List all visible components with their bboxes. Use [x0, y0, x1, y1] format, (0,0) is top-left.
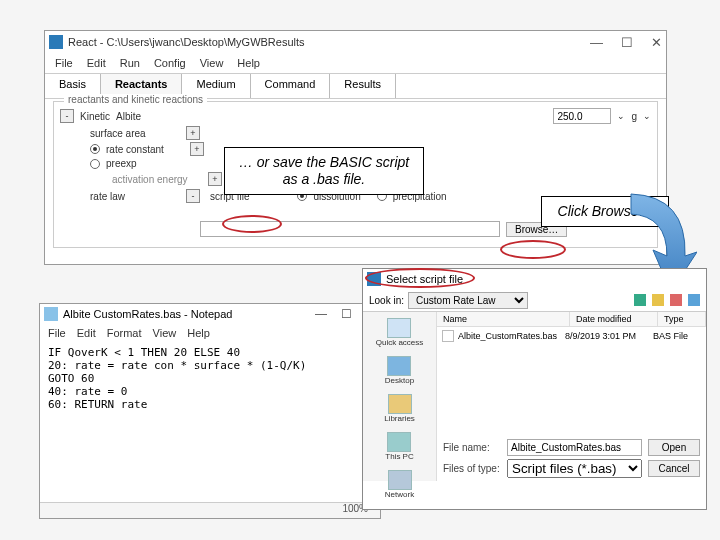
notepad-title: Albite CustomRates.bas - Notepad: [63, 308, 232, 320]
back-icon[interactable]: [634, 294, 646, 306]
open-button[interactable]: Open: [648, 439, 700, 456]
menu-format[interactable]: Format: [107, 327, 142, 339]
plus-button[interactable]: +: [186, 126, 200, 140]
preexp-label: preexp: [106, 158, 184, 169]
sidebar-label: This PC: [385, 452, 413, 461]
sidebar-network[interactable]: Network: [385, 470, 414, 499]
sidebar-libraries[interactable]: Libraries: [384, 394, 415, 423]
notepad-window: Albite CustomRates.bas - Notepad — ☐ ✕ F…: [39, 303, 381, 519]
dialog-main: Name Date modified Type Albite_CustomRat…: [437, 312, 706, 481]
menu-view[interactable]: View: [200, 57, 224, 69]
titlebar: React - C:\Users\jwanc\Desktop\MyGWBResu…: [45, 31, 666, 53]
callout-save-basic: … or save the BASIC script as a .bas fil…: [224, 147, 424, 195]
dialog-sidebar: Quick access Desktop Libraries This PC N…: [363, 312, 437, 481]
group-title: reactants and kinetic reactions: [64, 94, 207, 105]
rate-constant-label: rate constant: [106, 144, 184, 155]
highlight-browse: [500, 240, 566, 259]
file-type: BAS File: [653, 331, 701, 341]
sidebar-desktop[interactable]: Desktop: [385, 356, 414, 385]
callout-text: … or save the BASIC script as a .bas fil…: [239, 154, 409, 187]
file-name: Albite_CustomRates.bas: [458, 331, 565, 341]
menu-config[interactable]: Config: [154, 57, 186, 69]
notepad-titlebar: Albite CustomRates.bas - Notepad — ☐ ✕: [40, 304, 380, 324]
notepad-body[interactable]: IF QoverK < 1 THEN 20 ELSE 40 20: rate =…: [40, 342, 380, 415]
dialog-bottom: File name: Open Files of type: Script fi…: [437, 436, 706, 481]
activation-label: activation energy: [112, 174, 202, 185]
app-icon: [49, 35, 63, 49]
preexp-radio[interactable]: [90, 159, 100, 169]
highlight-dialog-title: [365, 268, 475, 288]
kinetic-label: Kinetic: [80, 111, 110, 122]
menu-help[interactable]: Help: [237, 57, 260, 69]
sidebar-quick-access[interactable]: Quick access: [376, 318, 424, 347]
desktop-icon: [387, 356, 411, 376]
sidebar-label: Network: [385, 490, 414, 499]
filename-label: File name:: [443, 442, 501, 453]
rate-law-label: rate law: [90, 191, 180, 202]
file-open-dialog: Select script file Look in: Custom Rate …: [362, 268, 707, 510]
menu-file[interactable]: File: [55, 57, 73, 69]
filetype-select[interactable]: Script files (*.bas): [507, 459, 642, 478]
sidebar-label: Desktop: [385, 376, 414, 385]
file-row[interactable]: Albite_CustomRates.bas 8/9/2019 3:01 PM …: [442, 330, 701, 342]
file-columns: Name Date modified Type: [437, 312, 706, 327]
file-icon: [442, 330, 454, 342]
plus-button[interactable]: +: [208, 172, 222, 186]
unit-label[interactable]: g: [631, 111, 637, 122]
sidebar-this-pc[interactable]: This PC: [385, 432, 413, 461]
views-icon[interactable]: [688, 294, 700, 306]
minus-button[interactable]: -: [186, 189, 200, 203]
look-in-row: Look in: Custom Rate Law: [363, 289, 706, 311]
highlight-script-file: [222, 215, 282, 233]
rate-constant-radio[interactable]: [90, 144, 100, 154]
minimize-button[interactable]: —: [590, 35, 603, 50]
menu-view[interactable]: View: [153, 327, 177, 339]
menu-edit[interactable]: Edit: [87, 57, 106, 69]
collapse-button[interactable]: -: [60, 109, 74, 123]
notepad-status: 100%: [40, 502, 380, 518]
libraries-icon: [388, 394, 412, 414]
new-folder-icon[interactable]: [670, 294, 682, 306]
filename-input[interactable]: [507, 439, 642, 456]
look-in-select[interactable]: Custom Rate Law: [408, 292, 528, 309]
file-list[interactable]: Albite_CustomRates.bas 8/9/2019 3:01 PM …: [437, 327, 706, 436]
col-type[interactable]: Type: [658, 312, 706, 326]
filetype-label: Files of type:: [443, 463, 501, 474]
mineral-name[interactable]: Albite: [116, 111, 141, 122]
file-date: 8/9/2019 3:01 PM: [565, 331, 653, 341]
menu-run[interactable]: Run: [120, 57, 140, 69]
tab-results[interactable]: Results: [330, 74, 396, 98]
close-button[interactable]: ✕: [651, 35, 662, 50]
menu-edit[interactable]: Edit: [77, 327, 96, 339]
plus-button[interactable]: +: [190, 142, 204, 156]
rate-value-input[interactable]: [553, 108, 611, 124]
col-date[interactable]: Date modified: [570, 312, 658, 326]
network-icon: [388, 470, 412, 490]
menu-help[interactable]: Help: [187, 327, 210, 339]
menubar: File Edit Run Config View Help: [45, 53, 666, 73]
menu-file[interactable]: File: [48, 327, 66, 339]
minimize-button[interactable]: —: [315, 307, 327, 321]
dropdown-icon[interactable]: ⌄: [617, 111, 625, 121]
cancel-button[interactable]: Cancel: [648, 460, 700, 477]
col-name[interactable]: Name: [437, 312, 570, 326]
quick-access-icon: [387, 318, 411, 338]
look-in-label: Look in:: [369, 295, 404, 306]
notepad-menubar: File Edit Format View Help: [40, 324, 380, 342]
window-title: React - C:\Users\jwanc\Desktop\MyGWBResu…: [68, 36, 305, 48]
tab-command[interactable]: Command: [251, 74, 331, 98]
surface-area-label: surface area: [90, 128, 180, 139]
maximize-button[interactable]: ☐: [621, 35, 633, 50]
dropdown-icon[interactable]: ⌄: [643, 111, 651, 121]
sidebar-label: Libraries: [384, 414, 415, 423]
notepad-icon: [44, 307, 58, 321]
up-icon[interactable]: [652, 294, 664, 306]
maximize-button[interactable]: ☐: [341, 307, 352, 321]
this-pc-icon: [387, 432, 411, 452]
sidebar-label: Quick access: [376, 338, 424, 347]
